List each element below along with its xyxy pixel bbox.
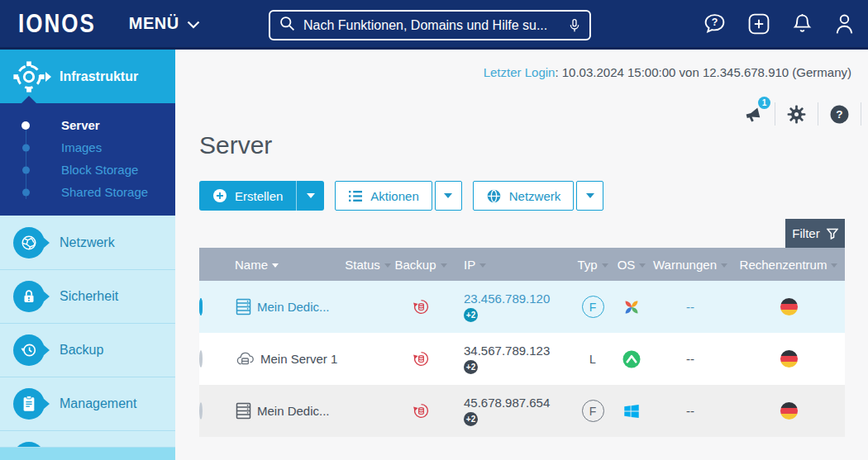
chevron-down-icon (187, 14, 200, 33)
sidebar-subitem-block-storage[interactable]: Block Storage (0, 159, 175, 181)
network-button[interactable]: Netzwerk (473, 181, 575, 211)
table-row[interactable]: Mein Dedic... 23.456.789.120 +2 F -- (199, 281, 845, 333)
search-box[interactable] (269, 10, 591, 40)
additional-ips-badge[interactable]: +2 (464, 308, 478, 322)
backup-enabled-icon (413, 298, 430, 315)
sort-caret-icon (479, 263, 486, 268)
bullet-dot (22, 166, 30, 173)
dedicated-server-icon (236, 298, 251, 315)
infrastructure-icon (12, 59, 46, 94)
subitem-label: Server (61, 118, 100, 132)
sidebar-subitem-images[interactable]: Images (0, 136, 175, 159)
column-header-typ[interactable]: Typ (571, 258, 614, 272)
last-login-info: Letzter Login: 10.03.2024 15:00:00 von 1… (484, 65, 851, 79)
infrastruktur-submenu: Server Images Block Storage Shared Stora… (0, 103, 175, 216)
sidebar-item-label: Backup (60, 343, 103, 358)
main-content: Letzter Login: 10.03.2024 15:00:00 von 1… (175, 50, 868, 460)
lock-icon (13, 281, 45, 312)
search-input[interactable] (303, 18, 560, 33)
server-name: Mein Dedic... (257, 404, 330, 418)
sidebar-item-netzwerk[interactable]: Netzwerk (0, 216, 175, 269)
ip-cell: 23.456.789.120 +2 (447, 292, 571, 322)
sidebar: Infrastruktur Server Images Block Storag… (0, 50, 175, 460)
network-split-button: Netzwerk (473, 181, 604, 211)
svg-text:?: ? (836, 108, 842, 121)
sidebar-subitem-shared-storage[interactable]: Shared Storage (0, 181, 175, 203)
ip-cell: 34.567.789.123 +2 (447, 344, 571, 374)
germany-flag-icon (780, 349, 799, 368)
table-row[interactable]: Mein Dedic... 45.678.987.654 +2 F -- (199, 385, 845, 437)
backup-cell (394, 402, 447, 420)
create-dropdown-caret[interactable] (297, 181, 324, 211)
topbar: IONOS MENÜ ? (0, 0, 868, 50)
column-header-warnungen[interactable]: Warnungen (649, 258, 732, 272)
notifications-bell-icon[interactable] (791, 12, 813, 35)
globe-icon (486, 188, 502, 204)
actions-dropdown-caret[interactable] (435, 181, 462, 211)
create-label: Erstellen (235, 189, 283, 203)
column-header-status[interactable]: Status (341, 258, 394, 272)
germany-flag-icon (780, 401, 799, 420)
column-header-name[interactable]: Name (232, 258, 341, 272)
os-windows-icon (622, 402, 641, 420)
column-header-os[interactable]: OS (614, 258, 649, 272)
network-dropdown-caret[interactable] (576, 181, 603, 211)
sidebar-item-label: Management (60, 396, 136, 411)
datacenter-cell (732, 297, 846, 316)
table-row[interactable]: Mein Server 1 34.567.789.123 +2 L -- (199, 333, 845, 385)
server-name: Mein Dedic... (257, 300, 330, 314)
row-radio-selected[interactable] (199, 298, 203, 315)
funnel-icon (827, 228, 838, 239)
additional-ips-badge[interactable]: +2 (464, 360, 478, 374)
server-name-cell: Mein Server 1 (232, 351, 341, 367)
actions-label: Aktionen (370, 189, 418, 203)
column-header-ip[interactable]: IP (447, 258, 571, 272)
column-header-backup[interactable]: Backup (394, 258, 447, 272)
sidebar-item-backup[interactable]: Backup (0, 323, 175, 377)
microphone-icon[interactable] (568, 17, 581, 35)
subitem-label: Shared Storage (61, 185, 148, 199)
search-icon (279, 15, 296, 36)
announcements-button[interactable]: 1 (731, 102, 775, 126)
sidebar-item-management[interactable]: Management (0, 377, 175, 430)
server-type-badge: F (582, 400, 604, 422)
last-login-link[interactable]: Letzter Login (484, 65, 556, 79)
column-header-rechenzentrum[interactable]: Rechenzentrum (732, 258, 846, 272)
menu-button[interactable]: MENÜ (129, 14, 200, 33)
network-label: Netzwerk (509, 189, 561, 203)
help-chat-icon[interactable]: ? (703, 12, 727, 35)
sort-caret-icon (639, 263, 646, 268)
row-radio[interactable] (199, 402, 203, 420)
plus-circle-icon (212, 188, 227, 203)
ionos-logo[interactable]: IONOS (18, 8, 96, 40)
additional-ips-badge[interactable]: +2 (464, 412, 478, 426)
announcements-badge: 1 (758, 97, 770, 109)
actions-split-button: Aktionen (335, 181, 461, 211)
menu-label: MENÜ (129, 14, 179, 33)
sort-caret-icon (384, 263, 391, 268)
sort-caret-icon (441, 263, 447, 268)
table-header: Name Status Backup IP Typ OS Warnungen R… (199, 248, 845, 281)
backup-enabled-icon (413, 402, 430, 420)
topbar-actions: ? (703, 0, 855, 47)
datacenter-cell (732, 349, 846, 368)
toolbar: Erstellen Aktionen Netzwerk (199, 181, 603, 211)
os-cell (614, 297, 649, 317)
sidebar-subitem-server[interactable]: Server (0, 114, 175, 136)
ip-cell: 45.678.987.654 +2 (447, 396, 571, 426)
account-icon[interactable] (834, 12, 855, 35)
help-question-button[interactable]: ? (818, 102, 861, 126)
sidebar-item-sicherheit[interactable]: Sicherheit (0, 269, 175, 323)
warnings-cell: -- (649, 404, 732, 418)
dedicated-server-icon (236, 402, 251, 420)
actions-button[interactable]: Aktionen (335, 181, 432, 211)
server-type-badge: L (571, 353, 614, 366)
filter-button[interactable]: Filter (785, 219, 845, 248)
settings-gear-button[interactable] (775, 102, 818, 126)
network-globe-icon (13, 227, 45, 258)
sort-caret-icon (721, 263, 727, 268)
create-button[interactable]: Erstellen (199, 181, 297, 211)
sidebar-bottom-strip (0, 447, 175, 460)
add-product-icon[interactable] (747, 12, 770, 36)
row-radio[interactable] (199, 350, 203, 368)
